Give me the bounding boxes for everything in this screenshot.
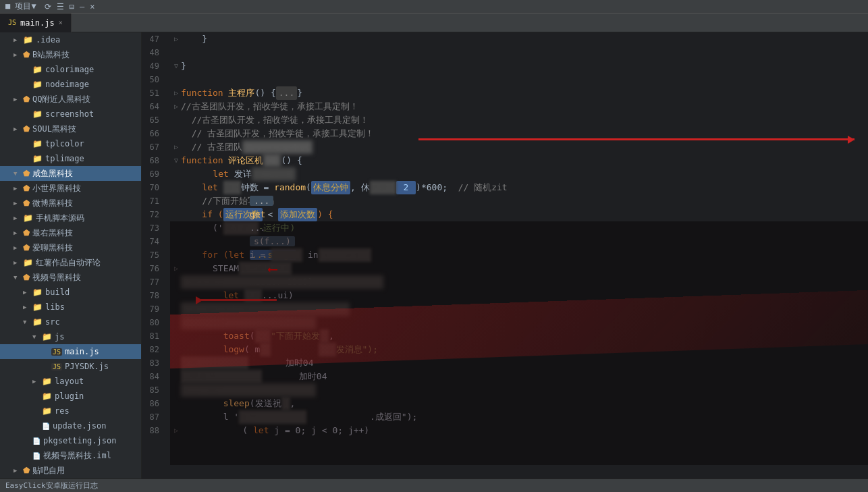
sidebar-item-label: main.js — [65, 347, 99, 356]
code-lines[interactable]: ▷ } ▽ } ▷ — [170, 32, 868, 479]
code-line-66: · // 古圣团队开发，招收学徒，承接工具定制！ — [174, 127, 868, 140]
js-icon: JS — [51, 348, 62, 356]
sidebar-item-layout[interactable]: ▶ 📁 layout — [0, 374, 141, 389]
code-line-75: · for ( let i = 0; i < in dex.length — [174, 248, 868, 262]
code-line-81: · toast ( msg "下面开始发 送 , — [174, 329, 868, 343]
sidebar-item-label: libs — [45, 302, 65, 312]
code-line-85: · 遮挡内容行 — [174, 383, 868, 397]
folder-icon: 📁 — [42, 391, 52, 401]
line-numbers: 47 48 49 50 51 64 65 66 67 68 69 70 71 7… — [142, 32, 170, 479]
folder-icon: 📁 — [42, 406, 52, 416]
code-line-48 — [174, 46, 868, 59]
sidebar-item-label: plugin — [55, 391, 84, 401]
folder-icon: 📁 — [32, 80, 43, 89]
js-file-icon: JS — [8, 19, 16, 26]
js-icon: JS — [51, 363, 62, 371]
sidebar-item-label: B站黑科技 — [32, 49, 70, 61]
code-line-47: ▷ } — [174, 32, 868, 46]
project-menu[interactable]: ■ 项目▼ — [5, 1, 36, 12]
expand-arrow: ▶ — [13, 126, 20, 132]
code-line-51: ▷ function 主程序() {...} — [174, 86, 868, 100]
sidebar-item-qq[interactable]: ▶ ⬟ QQ附近人黑科技 — [0, 92, 141, 107]
sidebar-item-xianyu[interactable]: ▼ ⬟ 咸鱼黑科技 — [0, 166, 141, 181]
code-line-74: · ... get ... s(f...) ...slogs " , meout… — [174, 235, 868, 248]
folder-icon: 📁 — [23, 35, 33, 45]
sidebar-item-colorimage[interactable]: 📁 colorimage — [0, 62, 141, 77]
sidebar-item-idea[interactable]: ▶ 📁 .idea — [0, 32, 141, 47]
sidebar-item-build[interactable]: ▶ 📁 build — [0, 285, 141, 300]
expand-arrow: ▶ — [13, 467, 20, 474]
sidebar-item-videohao[interactable]: ▼ ⬟ 视频号黑科技 — [0, 270, 141, 285]
sidebar-item-label: update.json — [53, 421, 106, 431]
sidebar-item-plugin[interactable]: 📁 plugin — [0, 389, 141, 404]
refresh-icon[interactable]: ⟳ — [45, 2, 51, 11]
sidebar-item-label: 红薯作品自动评论 — [36, 257, 101, 269]
sidebar-item-ailiao[interactable]: ▶ ⬟ 爱聊黑科技 — [0, 240, 141, 255]
sidebar-item-src[interactable]: ▼ 📁 src — [0, 315, 141, 329]
sidebar-item-soul[interactable]: ▶ ⬟ SOUL黑科技 — [0, 121, 141, 136]
sidebar-item-update-json[interactable]: 📄 update.json — [0, 418, 141, 433]
close-icon[interactable]: × — [90, 2, 94, 11]
json-icon: 📄 — [42, 422, 50, 430]
code-scroll-area[interactable]: 47 48 49 50 51 64 65 66 67 68 69 70 71 7… — [142, 32, 868, 479]
sidebar-item-xiaoshijie[interactable]: ▶ ⬟ 小世界黑科技 — [0, 181, 141, 196]
sidebar-item-js[interactable]: ▼ 📁 js — [0, 329, 141, 344]
code-line-77: · 内容被遮挡 — [174, 275, 868, 289]
folder-icon: ⬟ — [23, 124, 30, 134]
folder-icon: 📁 — [32, 288, 43, 297]
split-icon[interactable]: ⊟ — [70, 2, 74, 11]
sidebar-item-bzhan[interactable]: ▶ ⬟ B站黑科技 — [0, 47, 141, 62]
minus-icon[interactable]: — — [80, 2, 84, 11]
folder-icon: 📁 — [32, 139, 43, 148]
main-layout: ▶ 📁 .idea ▶ ⬟ B站黑科技 📁 colorimage 📁 nodei… — [0, 32, 868, 479]
code-line-65: · //古圣团队开发，招收学徒，承接工具定制！ — [174, 113, 868, 127]
code-line-79: · 被遮挡的代码内容 — [174, 302, 868, 316]
sidebar-item-label: 咸鱼黑科技 — [32, 168, 73, 180]
folder-icon: 📁 — [32, 302, 43, 312]
code-line-80: · 被遮挡 — [174, 316, 868, 329]
code-line-50 — [174, 73, 868, 86]
sidebar-item-res[interactable]: 📁 res — [0, 404, 141, 418]
sidebar-item-tplimage[interactable]: 📁 tplimage — [0, 151, 141, 166]
sidebar-item-label: QQ附近人黑科技 — [32, 94, 90, 105]
sidebar-item-main-js[interactable]: JS main.js — [0, 344, 141, 359]
folder-icon: ⬟ — [23, 466, 30, 475]
expand-arrow: ▶ — [13, 200, 20, 207]
sidebar-item-hongshu[interactable]: ▶ 📁 红薯作品自动评论 — [0, 255, 141, 270]
sidebar-item-nodeimage[interactable]: 📁 nodeimage — [0, 77, 141, 92]
top-toolbar: ■ 项目▼ ⟳ ☰ ⊟ — × — [0, 0, 868, 13]
sidebar-item-label: build — [45, 288, 70, 297]
sidebar-item-tplcolor[interactable]: 📁 tplcolor — [0, 136, 141, 151]
sidebar-item-zuiyou[interactable]: ▶ ⬟ 最右黑科技 — [0, 225, 141, 240]
sidebar-item-tieba[interactable]: ▶ ⬟ 贴吧自用 — [0, 463, 141, 478]
sidebar-item-label: 微博黑科技 — [32, 198, 73, 209]
tab-close-button[interactable]: × — [59, 19, 63, 26]
expand-arrow: ▶ — [13, 259, 20, 266]
folder-icon: 📁 — [23, 258, 33, 267]
code-line-82: · logw ( m sg 正在 发消息"); — [174, 343, 868, 356]
iml-icon: 📄 — [32, 452, 40, 460]
sidebar-item-weibo[interactable]: ▶ ⬟ 微博黑科技 — [0, 196, 141, 211]
sidebar-item-screenshot[interactable]: 📁 screenshot — [0, 107, 141, 121]
sidebar-item-label: 手机脚本源码 — [36, 213, 84, 224]
tab-bar: JS main.js × — [0, 13, 868, 32]
code-editor: 47 48 49 50 51 64 65 66 67 68 69 70 71 7… — [142, 32, 868, 479]
sidebar-item-label: nodeimage — [45, 80, 89, 89]
expand-arrow: ▶ — [32, 378, 39, 385]
sidebar-item-libs[interactable]: ▶ 📁 libs — [0, 300, 141, 315]
sidebar-item-phone[interactable]: ▶ 📁 手机脚本源码 — [0, 211, 141, 225]
expand-arrow: ▶ — [23, 304, 30, 310]
expand-arrow: ▼ — [13, 274, 20, 281]
json-icon: 📄 — [32, 437, 40, 445]
sidebar-item-pkgsetting[interactable]: 📄 pkgsetting.json — [0, 433, 141, 448]
code-line-86: · sleep (发送祝 贺 , — [174, 397, 868, 410]
folder-icon: ⬟ — [23, 184, 30, 193]
sidebar-item-iml[interactable]: 📄 视频号黑科技.iml — [0, 448, 141, 463]
sidebar-item-pjysdk[interactable]: JS PJYSDK.js — [0, 359, 141, 374]
tab-main-js[interactable]: JS main.js × — [0, 13, 72, 32]
folder-icon: 📁 — [23, 213, 33, 223]
folder-icon: 📁 — [42, 332, 52, 341]
code-line-87: · l ' 遮挡 .成返回"); — [174, 410, 868, 424]
expand-arrow: ▼ — [13, 170, 20, 177]
menu-icon[interactable]: ☰ — [57, 2, 64, 11]
